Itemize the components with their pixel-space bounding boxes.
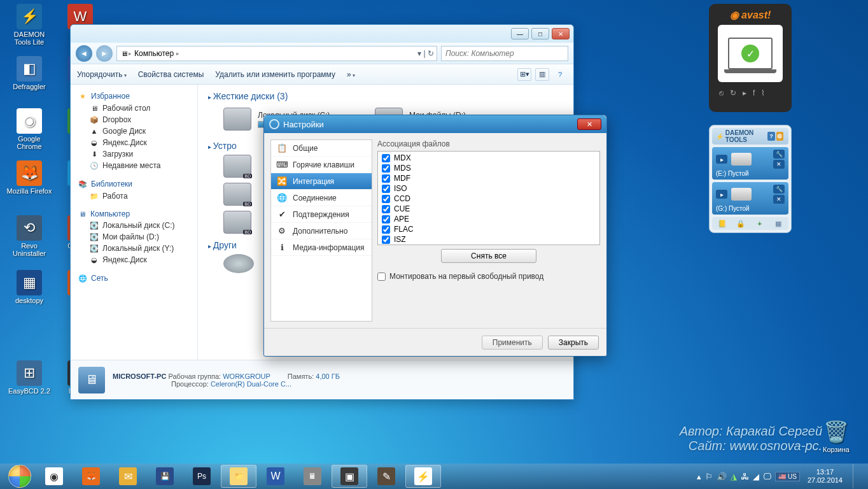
- assoc-checkbox[interactable]: [382, 236, 390, 244]
- assoc-checkbox[interactable]: [382, 174, 390, 183]
- dg-lock-icon[interactable]: 🔒: [736, 219, 746, 228]
- sidebar-computer[interactable]: 🖥Компьютер: [73, 208, 195, 220]
- tray-monitor-icon[interactable]: 🖵: [763, 472, 771, 481]
- sidebar-libraries[interactable]: 📚Библиотеки: [73, 178, 195, 190]
- sidebar-network[interactable]: 🌐Сеть: [73, 272, 195, 285]
- nav-back-button[interactable]: ◄: [76, 45, 92, 62]
- sidebar-item[interactable]: 💽Локальный диск (C:): [73, 220, 195, 231]
- file-assoc-list[interactable]: MDXMDSMDFISOCCDCUEAPEFLACISZ: [377, 151, 600, 245]
- section-hdd[interactable]: Жесткие диски (3): [208, 91, 563, 101]
- mount-first-checkbox[interactable]: Монтировать на первый свободный привод: [377, 272, 600, 281]
- dg-catalog-icon[interactable]: 📒: [717, 219, 727, 228]
- eject-icon[interactable]: ✕: [773, 195, 785, 204]
- toolbar-organize[interactable]: Упорядочить: [77, 70, 127, 79]
- apply-button[interactable]: Применить: [482, 336, 543, 350]
- close-button[interactable]: ✕: [577, 118, 601, 130]
- tray-volume-icon[interactable]: 🔊: [717, 472, 727, 481]
- taskbar-item-app2[interactable]: ✎: [368, 465, 404, 488]
- assoc-checkbox[interactable]: [382, 205, 390, 213]
- desktop-icon[interactable]: ◉Google Chrome: [6, 108, 52, 150]
- maximize-button[interactable]: □: [531, 28, 549, 39]
- bd-drive-icon[interactable]: [223, 155, 251, 178]
- help-icon[interactable]: ?: [767, 132, 774, 141]
- nav-forward-button[interactable]: ►: [96, 45, 113, 62]
- eject-icon[interactable]: ✕: [773, 160, 785, 169]
- language-indicator[interactable]: 🇺🇸 US: [775, 472, 800, 481]
- taskbar-item-chrome[interactable]: ◉: [36, 465, 72, 488]
- taskbar-item-calc[interactable]: 🖩: [295, 465, 330, 488]
- close-button[interactable]: ✕: [552, 28, 570, 39]
- dg-manage-icon[interactable]: ▦: [773, 219, 783, 228]
- settings-category[interactable]: ⚙Дополнительно: [271, 223, 372, 239]
- show-desktop-button[interactable]: [853, 464, 862, 488]
- avast-fb-icon[interactable]: f: [753, 89, 755, 97]
- minimize-button[interactable]: —: [511, 28, 529, 39]
- taskbar-item-mail[interactable]: ✉: [110, 465, 146, 488]
- mount-checkbox-input[interactable]: [377, 273, 386, 281]
- assoc-checkbox[interactable]: [382, 164, 390, 173]
- sidebar-item[interactable]: 🖥Рабочий стол: [73, 103, 195, 114]
- assoc-item[interactable]: CUE: [379, 204, 598, 214]
- help-button[interactable]: ?: [553, 68, 567, 81]
- settings-category[interactable]: 🌐Соединение: [271, 190, 372, 206]
- avast-rss-icon[interactable]: ⌇: [761, 89, 765, 97]
- taskbar-item-daemon[interactable]: ⚡: [405, 465, 441, 488]
- assoc-item[interactable]: MDF: [379, 173, 598, 183]
- sidebar-item[interactable]: ▲Google Диск: [73, 125, 195, 137]
- taskbar-item-save[interactable]: 💾: [147, 465, 183, 488]
- assoc-item[interactable]: ISZ: [379, 234, 598, 244]
- play-icon[interactable]: ▸: [716, 190, 727, 199]
- settings-category[interactable]: ✔Подтверждения: [271, 206, 372, 223]
- address-bar[interactable]: 🖥 ▸ Компьютер ▸ ▾ | ↻: [116, 46, 437, 61]
- desktop-icon[interactable]: ⊞EasyBCD 2.2: [6, 360, 52, 395]
- assoc-item[interactable]: ISO: [379, 183, 598, 194]
- daemon-gadget[interactable]: ⚡ DAEMON TOOLS ? ⚙ ▸🔧✕(E:) Пустой▸🔧✕(G:)…: [709, 125, 792, 233]
- desktop-icon[interactable]: 🦊Mozilla Firefox: [6, 160, 52, 195]
- assoc-checkbox[interactable]: [382, 195, 390, 203]
- close-dialog-button[interactable]: Закрыть: [548, 336, 599, 350]
- bd-drive-icon[interactable]: [223, 183, 251, 206]
- explorer-titlebar[interactable]: — □ ✕: [71, 25, 573, 43]
- dg-add-icon[interactable]: +: [755, 219, 765, 228]
- sidebar-item[interactable]: 🕓Недавние места: [73, 160, 195, 171]
- sidebar-item[interactable]: ◒Яндекс.Диск: [73, 137, 195, 148]
- settings-category[interactable]: 🔀Интеграция: [271, 173, 372, 190]
- toolbar-uninstall[interactable]: Удалить или изменить программу: [215, 70, 335, 79]
- sidebar-item[interactable]: 💽Мои файлы (D:): [73, 231, 195, 243]
- search-input[interactable]: [441, 46, 568, 61]
- assoc-checkbox[interactable]: [382, 154, 390, 162]
- sidebar-item[interactable]: 📦Dropbox: [73, 114, 195, 125]
- avast-link-icon[interactable]: ⎋: [719, 89, 724, 97]
- desktop-icon[interactable]: ⟲Revo Uninstaller: [6, 215, 52, 257]
- assoc-checkbox[interactable]: [382, 225, 390, 234]
- taskbar-item-app1[interactable]: ▣: [332, 465, 367, 488]
- preview-button[interactable]: ▥: [535, 68, 549, 81]
- sidebar-item[interactable]: 💽Локальный диск (Y:): [73, 243, 195, 254]
- toolbar-props[interactable]: Свойства системы: [138, 70, 204, 79]
- breadcrumb-item[interactable]: Компьютер: [132, 49, 176, 58]
- tray-wifi-icon[interactable]: ◢: [753, 472, 759, 481]
- bd-drive-icon[interactable]: [223, 211, 251, 234]
- assoc-item[interactable]: APE: [379, 214, 598, 224]
- tray-network-icon[interactable]: 🖧: [741, 472, 749, 481]
- tray-action-icon[interactable]: ⚐: [705, 472, 713, 481]
- sidebar-item[interactable]: ⬇Загрузки: [73, 148, 195, 160]
- settings-category[interactable]: ℹМедиа-информация: [271, 239, 372, 256]
- sidebar-item[interactable]: 📁Работа: [73, 190, 195, 202]
- yandex-disk-icon[interactable]: [223, 254, 254, 273]
- gadget-drive[interactable]: ▸🔧✕(G:) Пустой: [712, 182, 788, 215]
- assoc-item[interactable]: MDX: [379, 153, 598, 163]
- toolbar-more[interactable]: »: [347, 70, 355, 79]
- settings-category[interactable]: ⌨Горячие клавиши: [271, 157, 372, 173]
- taskbar-item-explorer[interactable]: 📁: [221, 465, 256, 488]
- play-icon[interactable]: ▸: [716, 155, 727, 164]
- assoc-item[interactable]: FLAC: [379, 224, 598, 234]
- desktop-icon[interactable]: ◧Defraggler: [6, 56, 52, 90]
- avast-gadget[interactable]: ◉ avast! ✓ ⎋ ↻ ▸ f ⌇: [709, 4, 792, 112]
- taskbar-clock[interactable]: 13:17 27.02.2014: [804, 468, 846, 485]
- start-button[interactable]: [4, 465, 36, 488]
- avast-twitter-icon[interactable]: ▸: [743, 89, 746, 97]
- assoc-item[interactable]: CCD: [379, 194, 598, 204]
- desktop-icon[interactable]: ⚡DAEMON Tools Lite: [6, 4, 52, 46]
- desktop-icon[interactable]: ▦desktopy: [6, 270, 52, 304]
